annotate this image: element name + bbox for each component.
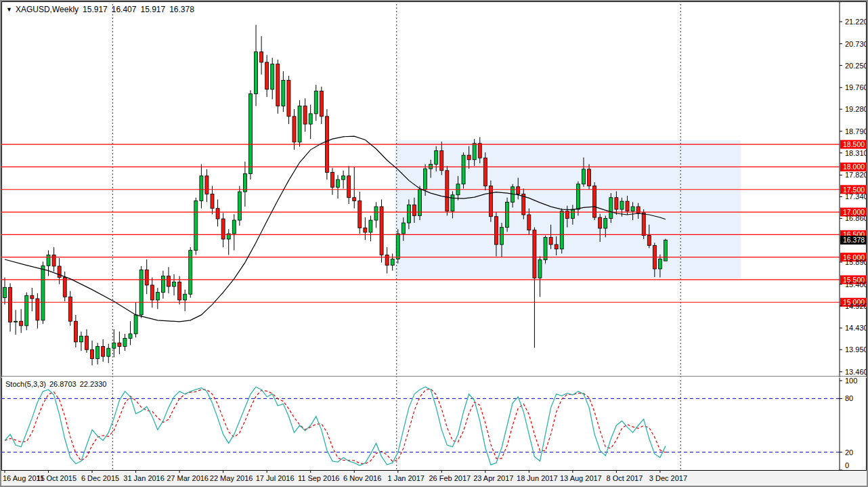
svg-text:0: 0: [845, 461, 849, 469]
svg-text:31 Jan 2016: 31 Jan 2016: [123, 474, 165, 482]
ohlc-low: 15.917: [140, 5, 165, 14]
svg-text:13.460: 13.460: [845, 368, 867, 376]
svg-text:15.400: 15.400: [845, 280, 867, 289]
ohlc-close: 16.378: [169, 5, 194, 14]
svg-text:1 Jan 2017: 1 Jan 2017: [388, 474, 425, 482]
ohlc-high: 16.407: [112, 5, 137, 14]
svg-text:6 Nov 2016: 6 Nov 2016: [343, 474, 381, 482]
svg-text:18.790: 18.790: [845, 127, 867, 135]
svg-text:13.950: 13.950: [845, 345, 867, 354]
date-axis: 16 Aug 201511 Oct 20156 Dec 201531 Jan 2…: [1, 470, 867, 486]
svg-text:11 Sep 2016: 11 Sep 2016: [298, 474, 340, 482]
svg-text:16.378: 16.378: [843, 236, 865, 244]
svg-text:8 Oct 2017: 8 Oct 2017: [606, 474, 643, 482]
svg-text:14.430: 14.430: [845, 324, 867, 332]
stoch-name: Stoch(5,3,3): [5, 380, 46, 388]
svg-text:80: 80: [845, 394, 853, 402]
svg-text:17.340: 17.340: [845, 192, 867, 200]
symbol-title: XAGUSD,Weekly: [16, 5, 79, 14]
svg-text:18.310: 18.310: [845, 149, 867, 157]
svg-text:15.890: 15.890: [845, 258, 867, 266]
svg-text:20.730: 20.730: [845, 40, 867, 48]
svg-text:18.500: 18.500: [843, 140, 865, 148]
svg-text:26 Feb 2017: 26 Feb 2017: [429, 474, 471, 482]
svg-text:18.000: 18.000: [843, 163, 865, 171]
svg-text:14.920: 14.920: [845, 302, 867, 310]
chart-window: 18.50018.00017.50017.00016.50016.00015.5…: [0, 0, 868, 487]
svg-text:27 Mar 2016: 27 Mar 2016: [167, 474, 209, 482]
svg-text:22 May 2016: 22 May 2016: [210, 474, 253, 482]
svg-text:17 Jul 2016: 17 Jul 2016: [256, 474, 295, 482]
svg-text:21.220: 21.220: [845, 18, 867, 26]
svg-text:19.280: 19.280: [845, 105, 867, 113]
price-axis: 18.50018.00017.50017.00016.50016.00015.5…: [840, 18, 867, 376]
svg-text:23 Apr 2017: 23 Apr 2017: [473, 474, 513, 482]
svg-text:16.860: 16.860: [845, 214, 867, 222]
svg-text:20.250: 20.250: [845, 62, 867, 70]
ohlc-open: 15.917: [83, 5, 108, 14]
svg-text:18 Jun 2017: 18 Jun 2017: [517, 474, 558, 482]
svg-text:20: 20: [845, 448, 853, 457]
svg-text:6 Dec 2015: 6 Dec 2015: [81, 474, 119, 482]
stochastic-pane: 10080200: [1, 377, 857, 470]
symbol-dropdown-icon: ▼: [6, 6, 12, 13]
stoch-d-value: 22.2330: [80, 380, 107, 388]
stoch-k-value: 26.8703: [49, 380, 77, 388]
svg-text:17.820: 17.820: [845, 171, 867, 179]
svg-text:11 Oct 2015: 11 Oct 2015: [37, 474, 77, 482]
price-chart-canvas[interactable]: 18.50018.00017.50017.00016.50016.00015.5…: [1, 1, 867, 486]
stoch-indicator-label: Stoch(5,3,3)26.870322.2330: [5, 380, 110, 388]
svg-text:13 Aug 2017: 13 Aug 2017: [560, 474, 602, 482]
svg-text:19.760: 19.760: [845, 83, 867, 91]
svg-text:3 Dec 2017: 3 Dec 2017: [649, 474, 687, 482]
chart-title-bar: ▼XAGUSD,Weekly15.91716.40715.91716.378: [6, 5, 198, 14]
